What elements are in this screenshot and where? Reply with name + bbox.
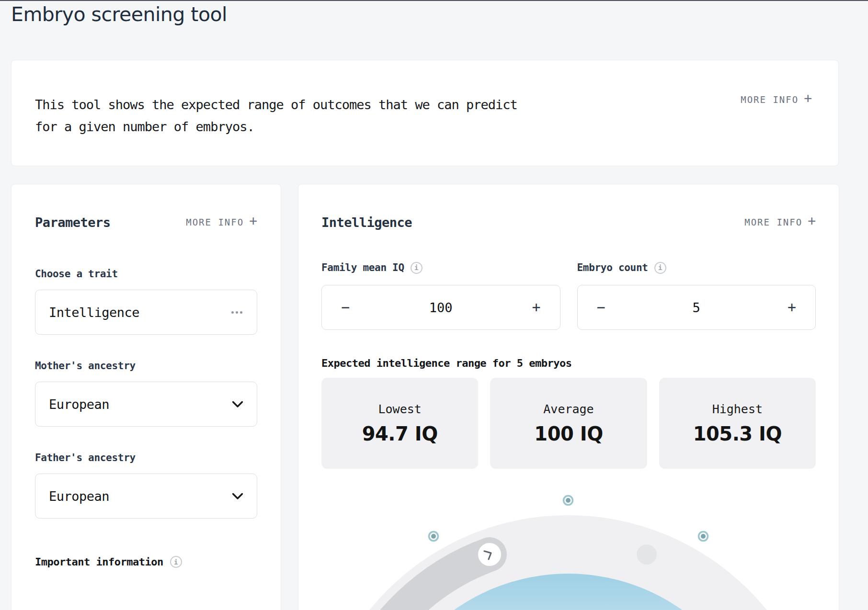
info-icon[interactable]: i	[654, 262, 666, 274]
result-card-lowest: Lowest 94.7 IQ	[321, 378, 478, 469]
intro-text-line1: This tool shows the expected range of ou…	[35, 94, 517, 116]
family-mean-iq-label: Family mean IQ	[321, 261, 404, 274]
more-info-label: MORE INFO	[744, 217, 802, 227]
intelligence-heading: Intelligence	[321, 215, 412, 230]
mother-ancestry-select[interactable]: European	[35, 382, 257, 427]
chevron-down-icon	[232, 493, 243, 500]
family-iq-increment-button[interactable]: +	[529, 297, 543, 317]
intro-text-line2: for a given number of embryos.	[35, 116, 517, 138]
plus-icon: +	[808, 215, 816, 228]
intro-card: This tool shows the expected range of ou…	[11, 60, 839, 166]
important-information-row: Important information i	[35, 556, 257, 568]
result-label: Lowest	[378, 402, 422, 416]
info-icon[interactable]: i	[170, 556, 182, 568]
mother-ancestry-value: European	[49, 397, 109, 412]
plus-icon: +	[804, 92, 812, 105]
result-card-average: Average 100 IQ	[490, 378, 647, 469]
family-mean-iq-stepper: − 100 +	[321, 285, 560, 330]
intelligence-more-info-button[interactable]: MORE INFO +	[744, 215, 816, 229]
important-information-label: Important information	[35, 556, 163, 568]
intelligence-panel: Intelligence MORE INFO + Family mean IQ …	[298, 184, 839, 610]
embryo-marker[interactable]	[699, 532, 708, 541]
embryo-gauge	[298, 481, 839, 610]
embryo-marker[interactable]	[564, 496, 573, 505]
intro-text: This tool shows the expected range of ou…	[35, 94, 517, 138]
mother-ancestry-label: Mother's ancestry	[35, 360, 257, 372]
embryo-marker[interactable]	[429, 532, 438, 541]
family-mean-iq-field: Family mean IQ i − 100 +	[321, 261, 560, 330]
embryo-count-stepper: − 5 +	[577, 285, 816, 330]
parameters-more-info-button[interactable]: MORE INFO +	[186, 215, 257, 229]
gauge-target-dot	[637, 544, 657, 565]
result-value: 94.7 IQ	[362, 423, 438, 445]
page-title: Embryo screening tool	[11, 3, 227, 26]
trait-select[interactable]: Intelligence	[35, 290, 257, 335]
ellipsis-icon[interactable]	[231, 311, 234, 314]
result-value: 100 IQ	[534, 423, 603, 445]
window-top-edge	[0, 0, 868, 1]
info-icon[interactable]: i	[411, 262, 423, 274]
parameters-panel: Parameters MORE INFO + Choose a trait In…	[11, 184, 281, 610]
father-ancestry-select[interactable]: European	[35, 474, 257, 519]
gauge-handle[interactable]	[478, 543, 501, 566]
father-ancestry-value: European	[49, 489, 109, 504]
result-card-highest: Highest 105.3 IQ	[659, 378, 816, 469]
result-label: Average	[543, 402, 594, 416]
intro-more-info-button[interactable]: MORE INFO +	[741, 93, 812, 106]
embryo-count-increment-button[interactable]: +	[785, 297, 799, 317]
embryo-count-label: Embryo count	[577, 261, 648, 274]
embryo-count-decrement-button[interactable]: −	[594, 297, 608, 317]
range-heading: Expected intelligence range for 5 embryo…	[321, 357, 816, 370]
father-ancestry-label: Father's ancestry	[35, 452, 257, 464]
embryo-count-value: 5	[693, 300, 700, 315]
more-info-label: MORE INFO	[741, 94, 799, 105]
more-info-label: MORE INFO	[186, 217, 244, 227]
family-iq-value: 100	[429, 300, 453, 315]
plus-icon: +	[249, 215, 257, 228]
family-iq-decrement-button[interactable]: −	[338, 297, 353, 317]
result-label: Highest	[712, 402, 763, 416]
parameters-heading: Parameters	[35, 215, 111, 230]
embryo-count-field: Embryo count i − 5 +	[577, 261, 816, 330]
trait-field-label: Choose a trait	[35, 268, 257, 280]
chevron-down-icon	[232, 401, 243, 408]
trait-select-value: Intelligence	[49, 305, 139, 320]
result-value: 105.3 IQ	[693, 423, 782, 445]
